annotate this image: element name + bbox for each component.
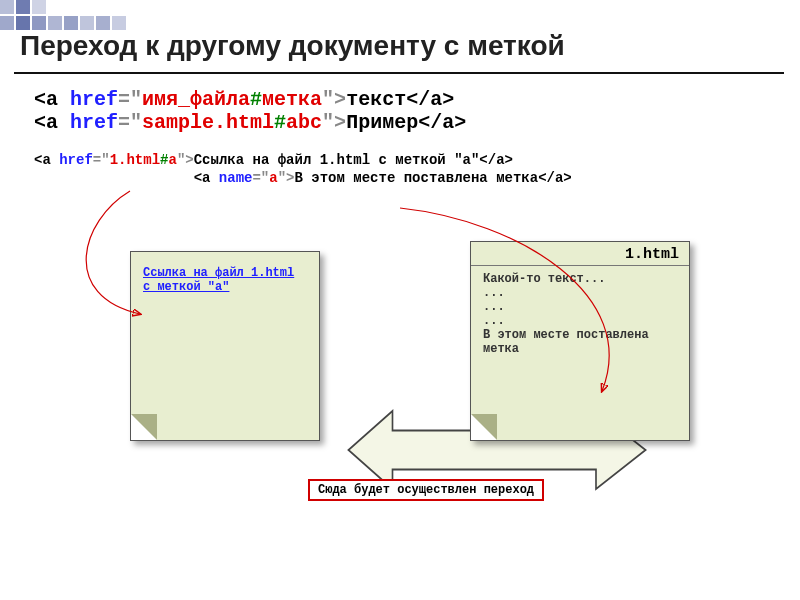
diagram: Ссылка на файл 1.html с меткой "a" 1.htm…: [0, 221, 800, 531]
code-example-3: <a href="1.html#a">Ссылка на файл 1.html…: [34, 152, 800, 168]
code-example-4: <a name="a">В этом месте поставлена метк…: [34, 170, 800, 186]
svg-rect-7: [64, 16, 78, 30]
svg-rect-6: [48, 16, 62, 30]
corner-decoration: [0, 0, 150, 46]
document-link[interactable]: Ссылка на файл 1.html с меткой "a": [143, 266, 307, 294]
document-body: Какой-то текст... ... ... ... В этом мес…: [483, 272, 677, 356]
svg-rect-4: [16, 16, 30, 30]
svg-rect-10: [112, 16, 126, 30]
page-fold-icon: [131, 414, 157, 440]
svg-rect-3: [0, 16, 14, 30]
svg-rect-2: [32, 0, 46, 14]
source-document: Ссылка на файл 1.html с меткой "a": [130, 251, 320, 441]
document-filename: 1.html: [471, 242, 689, 266]
svg-rect-5: [32, 16, 46, 30]
svg-rect-1: [16, 0, 30, 14]
code-example-2: <a href="sample.html#abc">Пример</a>: [34, 111, 800, 134]
title-rule: [14, 72, 784, 74]
page-fold-icon: [471, 414, 497, 440]
target-document: 1.html Какой-то текст... ... ... ... В э…: [470, 241, 690, 441]
svg-rect-0: [0, 0, 14, 14]
svg-rect-8: [80, 16, 94, 30]
svg-rect-9: [96, 16, 110, 30]
transition-caption: Сюда будет осуществлен переход: [308, 479, 544, 501]
code-example-1: <a href="имя_файла#метка">текст</a>: [34, 88, 800, 111]
